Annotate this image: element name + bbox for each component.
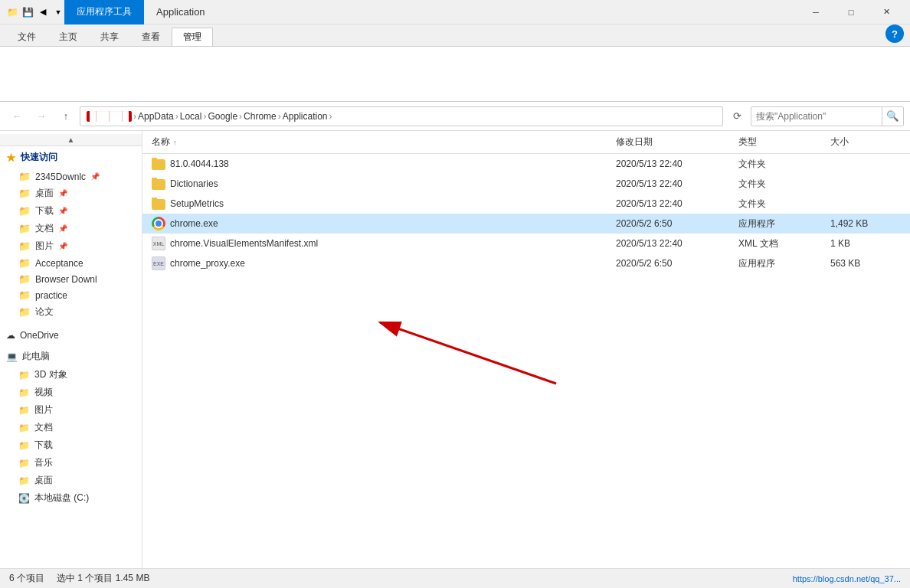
app-tools-tab[interactable]: 应用程序工具	[64, 0, 144, 24]
sidebar-label-3d: 3D 对象	[34, 368, 67, 381]
tab-share[interactable]: 共享	[89, 28, 130, 46]
folder-icon	[152, 159, 165, 170]
sidebar-label-documents: 文档	[34, 421, 53, 434]
file-name: SetupMetrics	[170, 198, 224, 209]
folder-icon: 📁	[18, 223, 31, 234]
quick-access-header[interactable]: ★ 快速访问	[0, 146, 142, 168]
breadcrumb-appdata: AppData	[138, 111, 174, 122]
help-button[interactable]: ?	[885, 24, 904, 43]
window-controls: ─ □ ✕	[798, 0, 904, 24]
sidebar-label-desktop: 桌面	[35, 187, 54, 200]
sidebar-item-browser-downl[interactable]: 📁 Browser Downl	[0, 271, 142, 287]
cloud-icon: ☁	[6, 330, 15, 341]
folder-icon: 📁	[18, 289, 31, 301]
header-date[interactable]: 修改日期	[613, 134, 735, 150]
sidebar-item-documents[interactable]: 📁 文档	[0, 419, 142, 436]
folder-icon	[152, 179, 165, 190]
sidebar-item-downloads[interactable]: 📁 下载 📌	[0, 202, 142, 220]
table-row[interactable]: XML chrome.VisualElementsManifest.xml 20…	[142, 234, 910, 253]
file-cell-name: EXE chrome_proxy.exe	[149, 256, 613, 270]
item-count: 6 个项目	[9, 572, 44, 585]
folder-icon: 📁	[18, 440, 30, 451]
sidebar-item-dsk[interactable]: 📁 桌面	[0, 472, 142, 489]
selected-info: 选中 1 个项目 1.45 MB	[57, 572, 149, 585]
file-list-header: 名称 ↑ 修改日期 类型 大小	[142, 131, 910, 154]
table-row[interactable]: 81.0.4044.138 2020/5/13 22:40 文件夹	[142, 154, 910, 174]
sort-arrow-name: ↑	[173, 139, 177, 146]
this-pc-header[interactable]: 💻 此电脑	[0, 347, 142, 366]
folder-icon: 📁	[18, 273, 31, 285]
sidebar-item-video[interactable]: 📁 视频	[0, 384, 142, 401]
chrome-icon	[152, 217, 165, 230]
forward-button[interactable]: →	[31, 106, 52, 127]
address-bar-container: ← → ↑ ██████ › AppData › Local › Google …	[0, 102, 910, 131]
folder-icon: 📁	[18, 423, 30, 433]
up-button[interactable]: ↑	[55, 106, 77, 127]
file-cell-size: 1 KB	[827, 238, 904, 249]
pin-icon: 📌	[58, 189, 67, 198]
sidebar-item-pics[interactable]: 📁 图片	[0, 401, 142, 419]
sidebar: ▲ ★ 快速访问 📁 2345Downlc 📌 📁 桌面 📌 📁 下载 📌 📁 …	[0, 131, 142, 568]
table-row[interactable]: Dictionaries 2020/5/13 22:40 文件夹	[142, 174, 910, 194]
sidebar-item-music[interactable]: 📁 音乐	[0, 454, 142, 472]
ribbon-content	[0, 46, 910, 101]
address-bar[interactable]: ██████ › AppData › Local › Google › Chro…	[80, 106, 723, 126]
ribbon: 文件 主页 共享 查看 管理 ?	[0, 24, 910, 102]
header-size[interactable]: 大小	[827, 134, 904, 150]
onedrive-item[interactable]: ☁ OneDrive	[0, 327, 142, 344]
close-button[interactable]: ✕	[869, 0, 904, 24]
table-row[interactable]: SetupMetrics 2020/5/13 22:40 文件夹	[142, 194, 910, 214]
scroll-up-button[interactable]: ▲	[0, 134, 142, 146]
tab-manage[interactable]: 管理	[172, 28, 213, 46]
sidebar-label-acceptance: Acceptance	[35, 258, 83, 269]
folder-icon: 📁	[18, 257, 31, 269]
sidebar-label-local-disk: 本地磁盘 (C:)	[34, 492, 89, 505]
table-row[interactable]: EXE chrome_proxy.exe 2020/5/2 6:50 应用程序 …	[142, 253, 910, 273]
file-name: 81.0.4044.138	[170, 158, 229, 169]
file-list: 81.0.4044.138 2020/5/13 22:40 文件夹 Dictio…	[142, 154, 910, 568]
file-cell-name: chrome.exe	[149, 217, 613, 230]
minimize-button[interactable]: ─	[798, 0, 833, 24]
sidebar-item-thesis[interactable]: 📁 论文	[0, 303, 142, 321]
search-button[interactable]: 🔍	[882, 106, 903, 126]
save-icon: 💾	[21, 6, 34, 18]
sidebar-label-video: 视频	[34, 386, 53, 399]
header-name[interactable]: 名称 ↑	[149, 134, 613, 150]
file-cell-type: 文件夹	[735, 158, 827, 171]
sidebar-item-3d[interactable]: 📁 3D 对象	[0, 366, 142, 384]
folder-icon: 📁	[18, 475, 30, 486]
sidebar-label-practice: practice	[35, 290, 67, 301]
sidebar-item-docs[interactable]: 📁 文档 📌	[0, 220, 142, 237]
refresh-button[interactable]: ⟳	[726, 106, 748, 127]
sidebar-label-docs: 文档	[35, 222, 54, 235]
sidebar-item-dl[interactable]: 📁 下载	[0, 436, 142, 454]
file-cell-date: 2020/5/2 6:50	[613, 258, 735, 269]
pin-icon: 📌	[58, 224, 67, 233]
tab-home[interactable]: 主页	[47, 28, 89, 46]
title-bar: 📁 💾 ◀ ▼ 应用程序工具 Application ─ □ ✕	[0, 0, 910, 24]
window-icon: 📁	[6, 6, 18, 18]
exe-icon: EXE	[152, 256, 165, 270]
sidebar-label-2345downlc: 2345Downlc	[35, 172, 86, 182]
sidebar-label-dl: 下载	[34, 439, 53, 452]
sidebar-item-desktop[interactable]: 📁 桌面 📌	[0, 185, 142, 202]
pin-icon: 📌	[58, 207, 67, 215]
sidebar-item-practice[interactable]: 📁 practice	[0, 287, 142, 303]
table-row[interactable]: chrome.exe 2020/5/2 6:50 应用程序 1,492 KB	[142, 214, 910, 234]
search-input[interactable]	[751, 111, 882, 122]
sidebar-label-browser-downl: Browser Downl	[35, 274, 97, 285]
header-type[interactable]: 类型	[735, 134, 827, 150]
tab-file[interactable]: 文件	[6, 28, 47, 46]
main-layout: ▲ ★ 快速访问 📁 2345Downlc 📌 📁 桌面 📌 📁 下载 📌 📁 …	[0, 131, 910, 568]
title-bar-icons: 📁 💾 ◀ ▼	[6, 6, 64, 18]
sidebar-item-pictures[interactable]: 📁 图片 📌	[0, 237, 142, 255]
folder-icon: 📁	[18, 387, 30, 398]
back-button[interactable]: ←	[6, 106, 28, 127]
quick-access-label: 快速访问	[21, 151, 57, 164]
sidebar-item-local-disk[interactable]: 💽 本地磁盘 (C:)	[0, 489, 142, 507]
sidebar-label-downloads: 下载	[35, 204, 54, 217]
sidebar-item-acceptance[interactable]: 📁 Acceptance	[0, 255, 142, 271]
tab-view[interactable]: 查看	[130, 28, 172, 46]
sidebar-item-2345downlc[interactable]: 📁 2345Downlc 📌	[0, 168, 142, 185]
maximize-button[interactable]: □	[833, 0, 869, 24]
